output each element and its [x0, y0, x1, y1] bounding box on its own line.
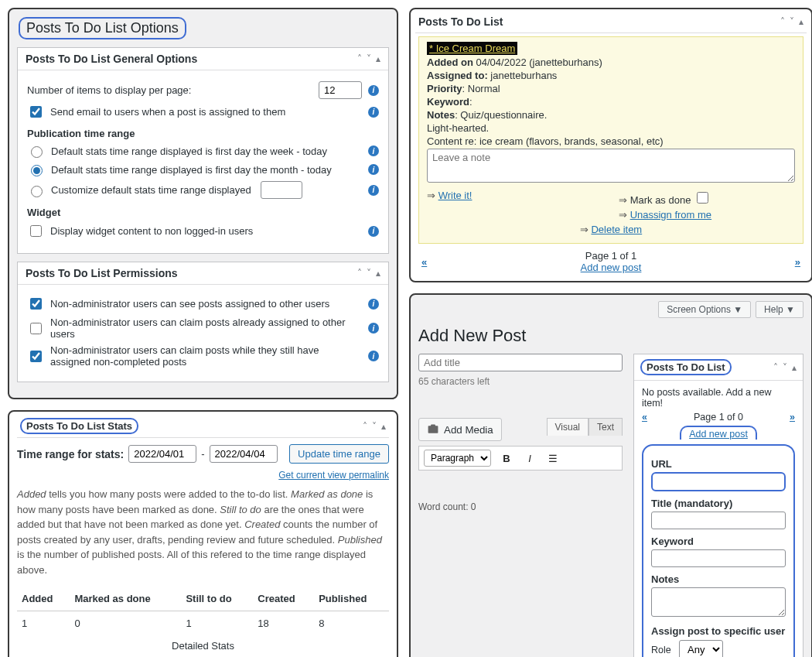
role-label: Role: [651, 645, 674, 655]
info-icon[interactable]: i: [368, 185, 379, 196]
add-media-button[interactable]: Add Media: [418, 418, 502, 441]
email-checkbox[interactable]: [30, 106, 42, 118]
panel-down-icon[interactable]: ˅: [367, 53, 371, 64]
notes-textarea[interactable]: [651, 587, 786, 617]
permalink-link[interactable]: Get current view permalink: [17, 470, 389, 481]
radio-custom-label: Customize default stats time range displ…: [51, 184, 251, 196]
write-it-link[interactable]: Write it!: [438, 190, 473, 201]
notes-label: Notes: [651, 573, 786, 585]
info-icon[interactable]: i: [368, 164, 379, 175]
info-icon[interactable]: i: [368, 107, 379, 118]
stats-description: Added tells you how many posts were adde…: [17, 487, 389, 577]
widget-checkbox[interactable]: [30, 225, 42, 237]
title-input[interactable]: [651, 512, 786, 529]
info-icon[interactable]: i: [368, 351, 379, 361]
general-options-heading: Posts To Do List General Options: [26, 53, 197, 65]
panel-toggle-icon[interactable]: ▴: [381, 421, 386, 432]
pager-next[interactable]: »: [795, 256, 800, 268]
editor-toolbar: Paragraph B I ☰: [418, 446, 623, 471]
radio-week-label: Default stats time range displayed is fi…: [51, 145, 362, 157]
url-input[interactable]: [651, 472, 786, 491]
mark-done-checkbox[interactable]: [697, 192, 708, 204]
panel-down-icon[interactable]: ˅: [783, 362, 787, 373]
info-icon[interactable]: i: [368, 299, 379, 310]
per-page-label: Number of items to display per page:: [27, 84, 312, 96]
todo-item: * Ice Cream Dream Added on 04/04/2022 (j…: [418, 36, 803, 244]
panel-up-icon[interactable]: ˄: [357, 268, 362, 279]
range-label: Time range for stats:: [17, 448, 124, 460]
panel-down-icon[interactable]: ˅: [790, 16, 794, 27]
keyword-label: Keyword: [651, 536, 786, 547]
mark-done-label: Mark as done: [630, 194, 691, 206]
pager-prev[interactable]: «: [421, 256, 427, 268]
summary-table: Added Marked as done Still to do Created…: [17, 587, 389, 635]
panel-down-icon[interactable]: ˅: [367, 268, 371, 279]
note-textarea[interactable]: [427, 149, 795, 183]
panel-up-icon[interactable]: ˄: [363, 421, 367, 432]
todo-panel: Posts To Do List ˄ ˅ ▴ * Ice Cream Dream…: [409, 8, 812, 282]
table-row: 1 0 1 18 8: [17, 611, 389, 636]
delete-link[interactable]: Delete item: [591, 224, 642, 235]
panel-toggle-icon[interactable]: ▴: [799, 16, 803, 27]
no-posts-text: No posts available. Add a new item!: [642, 387, 795, 409]
panel-toggle-icon[interactable]: ▴: [376, 53, 380, 64]
radio-custom[interactable]: [31, 186, 43, 197]
bold-icon[interactable]: B: [499, 450, 514, 466]
perm2-label: Non-administrator users can claim posts …: [50, 317, 362, 340]
range-to-input[interactable]: [210, 445, 278, 463]
pager-text: Page 1 of 1: [427, 250, 795, 262]
options-title: Posts To Do List Options: [19, 17, 186, 39]
help-button[interactable]: Help ▼: [756, 301, 803, 318]
new-item-form: URL Title (mandatory) Keyword Notes Assi…: [642, 444, 795, 657]
side-todo-postbox: Posts To Do List ˄ ˅ ▴ No posts availabl…: [633, 354, 803, 657]
panel-up-icon[interactable]: ˄: [773, 362, 778, 373]
format-select[interactable]: Paragraph: [424, 450, 491, 467]
widget-heading: Widget: [27, 207, 379, 218]
assign-heading: Assign post to specific user: [651, 625, 786, 637]
info-icon[interactable]: i: [368, 145, 379, 156]
radio-week[interactable]: [31, 146, 43, 158]
widget-label: Display widget content to non logged-in …: [50, 225, 362, 237]
chars-left: 65 characters left: [418, 376, 623, 387]
word-count: Word count: 0: [418, 501, 623, 512]
screen-options-button[interactable]: Screen Options ▼: [658, 301, 751, 318]
keyword-input[interactable]: [651, 549, 786, 567]
visual-tab[interactable]: Visual: [547, 418, 589, 436]
info-icon[interactable]: i: [368, 323, 379, 334]
post-title-input[interactable]: [418, 354, 623, 371]
update-range-button[interactable]: Update time range: [289, 444, 389, 464]
info-icon[interactable]: i: [368, 226, 379, 237]
perm2-checkbox[interactable]: [30, 323, 42, 334]
panel-up-icon[interactable]: ˄: [357, 53, 362, 64]
range-from-input[interactable]: [128, 445, 196, 463]
options-panel: Posts To Do List Options Posts To Do Lis…: [8, 8, 398, 399]
detailed-caption: Detailed Stats: [17, 635, 389, 656]
panel-toggle-icon[interactable]: ▴: [792, 362, 797, 373]
todo-item-title-link[interactable]: * Ice Cream Dream: [427, 42, 517, 55]
side-pager-next[interactable]: »: [790, 412, 795, 423]
radio-month-label: Default stats time range displayed is fi…: [51, 164, 362, 176]
side-heading: Posts To Do List: [640, 359, 732, 375]
radio-month[interactable]: [31, 165, 43, 176]
text-tab[interactable]: Text: [589, 418, 623, 436]
list-icon[interactable]: ☰: [545, 450, 561, 466]
italic-icon[interactable]: I: [522, 450, 537, 466]
info-icon[interactable]: i: [368, 85, 379, 96]
side-pager-prev[interactable]: «: [642, 412, 647, 423]
side-add-new-link[interactable]: Add new post: [689, 429, 748, 440]
perm1-checkbox[interactable]: [30, 298, 42, 310]
per-page-input[interactable]: [319, 81, 362, 99]
stats-panel: Posts To Do List Stats ˄ ˅ ▴ Time range …: [8, 410, 398, 657]
panel-down-icon[interactable]: ˅: [372, 421, 377, 432]
email-label: Send email to users when a post is assig…: [50, 106, 362, 118]
range-sep: -: [201, 448, 204, 460]
panel-toggle-icon[interactable]: ▴: [376, 268, 380, 279]
role-select[interactable]: Any: [679, 640, 723, 657]
perm3-checkbox[interactable]: [30, 351, 42, 362]
perm3-label: Non-administrator users can claim posts …: [50, 344, 362, 368]
custom-range-input[interactable]: [261, 181, 302, 199]
unassign-link[interactable]: Unassign from me: [630, 209, 711, 221]
add-new-post-link[interactable]: Add new post: [581, 262, 642, 273]
panel-up-icon[interactable]: ˄: [780, 16, 785, 27]
editor-panel: Screen Options ▼ Help ▼ Add New Post 65 …: [409, 293, 812, 657]
